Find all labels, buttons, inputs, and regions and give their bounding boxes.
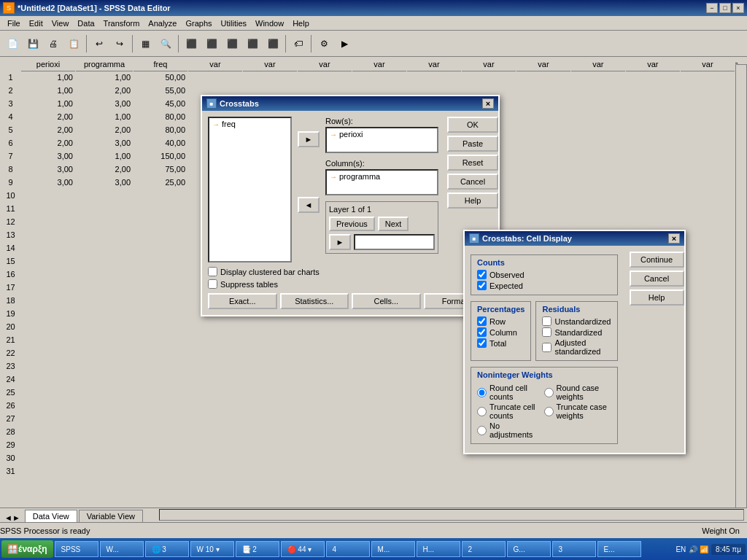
row-number[interactable]: 22	[1, 346, 21, 359]
cell[interactable]	[297, 373, 352, 386]
row-number[interactable]: 29	[1, 438, 21, 451]
cell[interactable]: 3,00	[75, 136, 133, 149]
cell[interactable]	[133, 307, 188, 320]
cell[interactable]	[406, 333, 461, 346]
cell[interactable]	[680, 320, 735, 333]
col-header-perioxi[interactable]: perioxi	[21, 58, 76, 71]
cell[interactable]	[21, 281, 76, 294]
cell[interactable]	[516, 110, 570, 123]
cell[interactable]	[352, 373, 406, 386]
cell[interactable]	[75, 425, 133, 438]
cell[interactable]	[570, 97, 625, 110]
standardized-checkbox[interactable]	[542, 327, 551, 337]
cell-help-button[interactable]: Help	[630, 289, 684, 306]
cell[interactable]	[680, 268, 735, 281]
taskbar-4[interactable]: 4	[326, 541, 370, 557]
cell[interactable]	[133, 438, 188, 451]
move-to-rows-button[interactable]: ►	[298, 131, 320, 147]
cell[interactable]	[188, 438, 243, 451]
scroll-left-icon[interactable]: ◄	[4, 513, 12, 522]
cell[interactable]	[75, 228, 133, 241]
cell[interactable]	[680, 425, 735, 438]
col-header-var10[interactable]: var	[680, 58, 735, 71]
truncate-cell-radio[interactable]	[477, 407, 487, 416]
help-button[interactable]: Help	[447, 192, 498, 209]
col-header-var7[interactable]: var	[516, 58, 570, 71]
cell[interactable]	[625, 136, 680, 149]
undo-button[interactable]: ↩	[90, 34, 109, 53]
col-header-var9[interactable]: var	[625, 58, 680, 71]
cell[interactable]: 75,00	[133, 163, 188, 176]
cell[interactable]	[297, 399, 352, 412]
cell[interactable]: 50,00	[133, 71, 188, 84]
cell-display-close-button[interactable]: ×	[668, 233, 680, 244]
cell[interactable]	[21, 320, 76, 333]
cell[interactable]	[516, 71, 570, 84]
cell[interactable]	[243, 438, 298, 451]
menu-analyze[interactable]: Analyze	[144, 18, 181, 29]
cell[interactable]	[352, 412, 406, 425]
col-header-var5[interactable]: var	[406, 58, 461, 71]
cell[interactable]	[75, 254, 133, 268]
cell[interactable]	[243, 425, 298, 438]
cell[interactable]	[352, 359, 406, 373]
taskbar-w[interactable]: W...	[100, 541, 144, 557]
row-number[interactable]: 25	[1, 386, 21, 399]
cell[interactable]	[75, 386, 133, 399]
round-case-radio[interactable]	[544, 388, 554, 397]
cell[interactable]	[75, 412, 133, 425]
taskbar-2b[interactable]: 2	[462, 541, 506, 557]
cell[interactable]	[680, 307, 735, 320]
cell[interactable]	[133, 425, 188, 438]
taskbar-spss[interactable]: SPSS	[55, 541, 98, 557]
cell[interactable]	[75, 189, 133, 202]
cell[interactable]	[133, 268, 188, 281]
row-number[interactable]: 16	[1, 268, 21, 281]
cell[interactable]: 2,00	[75, 84, 133, 97]
adj-std-checkbox[interactable]	[542, 343, 551, 352]
cell[interactable]	[21, 254, 76, 268]
insert-cases-button[interactable]: ⬛	[182, 34, 201, 53]
cell[interactable]	[352, 333, 406, 346]
cell[interactable]	[21, 241, 76, 254]
cell[interactable]	[570, 202, 625, 215]
cell[interactable]	[570, 110, 625, 123]
continue-button[interactable]: Continue	[630, 252, 684, 268]
cell[interactable]	[21, 202, 76, 215]
cell[interactable]	[625, 123, 680, 136]
cell[interactable]	[516, 189, 570, 202]
col-header-var1[interactable]: var	[188, 58, 243, 71]
row-number[interactable]: 15	[1, 254, 21, 268]
cell[interactable]	[133, 294, 188, 307]
cell[interactable]	[680, 215, 735, 228]
cell[interactable]	[75, 464, 133, 478]
cell[interactable]	[21, 189, 76, 202]
row-number[interactable]: 13	[1, 228, 21, 241]
cell[interactable]	[406, 320, 461, 333]
row-number[interactable]: 18	[1, 294, 21, 307]
crosstabs-variable-list[interactable]: → freq	[208, 117, 292, 262]
cell[interactable]	[133, 241, 188, 254]
cell[interactable]: 45,00	[133, 97, 188, 110]
row-number[interactable]: 2	[1, 84, 21, 97]
cell[interactable]	[625, 71, 680, 84]
cell[interactable]	[625, 464, 680, 478]
cell[interactable]	[625, 176, 680, 189]
unstandardized-checkbox[interactable]	[542, 316, 551, 326]
taskbar-m[interactable]: M...	[371, 541, 415, 557]
cell[interactable]	[21, 399, 76, 412]
cell[interactable]	[680, 149, 735, 163]
tab-data-view[interactable]: Data View	[25, 510, 77, 522]
taskbar-44[interactable]: 🔴 44 ▾	[281, 541, 325, 557]
cell[interactable]	[680, 202, 735, 215]
cell[interactable]: 2,00	[21, 110, 76, 123]
weight-cases-button[interactable]: ⬛	[243, 34, 262, 53]
taskbar-2a[interactable]: 📑 2	[236, 541, 279, 557]
cell[interactable]	[680, 281, 735, 294]
print-button[interactable]: 🖨	[44, 34, 63, 53]
save-button[interactable]: 💾	[23, 34, 42, 53]
total-pct-checkbox[interactable]	[477, 338, 487, 348]
menu-transform[interactable]: Transform	[99, 18, 144, 29]
cell[interactable]	[680, 163, 735, 176]
cell[interactable]	[406, 399, 461, 412]
